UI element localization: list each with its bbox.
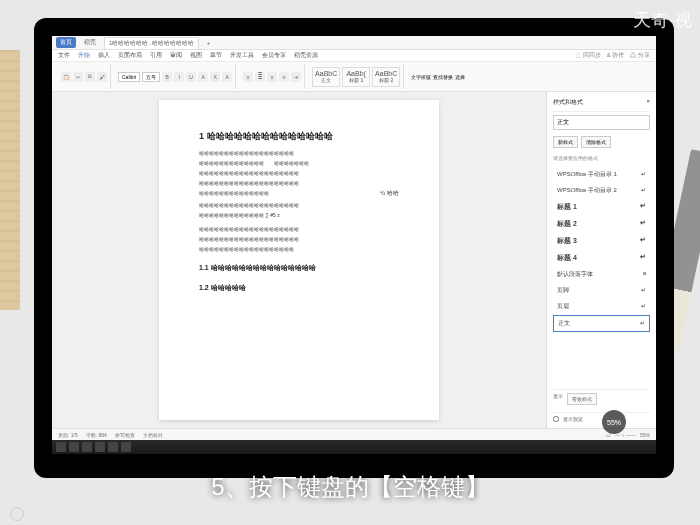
- share-button[interactable]: 凸 分享: [630, 51, 650, 60]
- font-name-select[interactable]: Calibri: [118, 72, 140, 82]
- style-item-h3[interactable]: 标题 3↵: [553, 233, 650, 249]
- start-icon[interactable]: [56, 442, 66, 452]
- sync-button[interactable]: △ 回同步: [575, 51, 601, 60]
- style-item[interactable]: 页脚↵: [553, 283, 650, 298]
- style-normal[interactable]: AaBbC正文: [312, 67, 340, 87]
- font-group: Calibri 五号 B I U A X A: [115, 64, 236, 89]
- zoom-overlay: 55%: [602, 410, 626, 434]
- panel-close-icon[interactable]: ×: [646, 98, 650, 107]
- clear-format-button[interactable]: 清除格式: [581, 136, 611, 148]
- para-group: ≡ ≣ ≡ ≡ ⇥: [240, 64, 305, 89]
- paragraph-formula: 哈哈哈哈哈哈哈哈哈哈哈哈哈 ∑ #5 z: [199, 211, 399, 219]
- ribbon-ref[interactable]: 引用: [150, 51, 162, 60]
- style-h2[interactable]: AaBbC标题 2: [372, 67, 400, 87]
- ribbon-file[interactable]: 文件: [58, 51, 70, 60]
- current-style[interactable]: 正文: [553, 115, 650, 130]
- task-icon[interactable]: [95, 442, 105, 452]
- zoom-percent[interactable]: 55%: [640, 432, 650, 438]
- show-select[interactable]: 有效样式: [567, 393, 597, 405]
- paragraph: 哈哈哈哈哈哈哈哈哈哈哈哈哈哈哈哈哈哈哈: [199, 149, 399, 157]
- tab-home[interactable]: 首页: [56, 37, 76, 48]
- style-item-h2[interactable]: 标题 2↵: [553, 216, 650, 232]
- style-item[interactable]: WPSOffice 手动目录 2↵: [553, 183, 650, 198]
- style-item[interactable]: WPSOffice 手动目录 1↵: [553, 167, 650, 182]
- paragraph: 哈哈哈哈哈哈哈哈哈哈哈哈哈哈哈哈哈哈哈哈: [199, 225, 399, 233]
- cut-button[interactable]: ✂: [73, 72, 83, 82]
- number-button[interactable]: ≣: [255, 72, 265, 82]
- panel-hint: 请选择要应用的格式: [553, 155, 650, 161]
- decor-notebook: [0, 50, 20, 310]
- style-item-normal[interactable]: 正文↵: [553, 315, 650, 332]
- ribbon-right: △ 回同步 & 协作 凸 分享: [575, 51, 650, 60]
- copy-button[interactable]: ⧉: [85, 72, 95, 82]
- edit-group: 文字排版 查找替换 选择: [408, 64, 468, 89]
- ribbon-dev[interactable]: 开发工具: [230, 51, 254, 60]
- align-center-button[interactable]: ≡: [279, 72, 289, 82]
- style-item[interactable]: 页眉↵: [553, 299, 650, 314]
- ribbon-tabs: 文件 开始 插入 页面布局 引用 审阅 视图 章节 开发工具 会员专享 稻壳资源…: [52, 50, 656, 62]
- indent-button[interactable]: ⇥: [291, 72, 301, 82]
- tab-add[interactable]: +: [203, 39, 215, 47]
- proofing-status[interactable]: 文档校对: [143, 432, 163, 438]
- new-style-button[interactable]: 新样式: [553, 136, 578, 148]
- ribbon-layout[interactable]: 页面布局: [118, 51, 142, 60]
- task-icon[interactable]: [121, 442, 131, 452]
- panel-footer: 显示 有效样式: [553, 389, 650, 405]
- document-page[interactable]: 1 哈哈哈哈哈哈哈哈哈哈哈哈哈哈 哈哈哈哈哈哈哈哈哈哈哈哈哈哈哈哈哈哈哈 哈哈哈…: [159, 100, 439, 420]
- styles-group: AaBbC正文 AaBb(标题 1 AaBbC标题 2: [309, 64, 404, 89]
- text-layout-button[interactable]: 文字排版: [411, 74, 431, 80]
- document-viewport[interactable]: 1 哈哈哈哈哈哈哈哈哈哈哈哈哈哈 哈哈哈哈哈哈哈哈哈哈哈哈哈哈哈哈哈哈哈 哈哈哈…: [52, 92, 546, 428]
- word-count[interactable]: 字数: 884: [86, 432, 107, 438]
- paragraph: 哈哈哈哈哈哈哈哈哈哈哈哈哈哈哈哈哈哈哈哈: [199, 179, 399, 187]
- select-button[interactable]: 选择: [455, 74, 465, 80]
- ribbon-review[interactable]: 审阅: [170, 51, 182, 60]
- os-taskbar: [52, 440, 656, 454]
- toolbar: 📋 ✂ ⧉ 🖌 Calibri 五号 B I U A X A ≡ ≣ ≡ ≡ ⇥…: [52, 62, 656, 92]
- strike-button[interactable]: A: [198, 72, 208, 82]
- status-bar: 页面: 1/5 字数: 884 拼写检查 文档校对 ▭ — ○ —— 55%: [52, 428, 656, 440]
- ribbon-start[interactable]: 开始: [78, 51, 90, 60]
- brand-icon: Q: [10, 507, 24, 521]
- align-left-button[interactable]: ≡: [267, 72, 277, 82]
- styles-panel: 样式和格式 × 正文 新样式 清除格式 请选择要应用的格式 WPSOffice …: [546, 92, 656, 428]
- style-item[interactable]: 默认段落字体a: [553, 267, 650, 282]
- color-button[interactable]: A: [222, 72, 232, 82]
- paragraph: 哈哈哈哈哈哈哈哈哈哈哈哈哈哈哈哈哈哈哈: [199, 245, 399, 253]
- paste-button[interactable]: 📋: [61, 72, 71, 82]
- style-item-h4[interactable]: 标题 4↵: [553, 250, 650, 266]
- tab-docer[interactable]: 稻壳: [80, 37, 100, 48]
- ribbon-member[interactable]: 会员专享: [262, 51, 286, 60]
- task-icon[interactable]: [108, 442, 118, 452]
- screen: 首页 稻壳 1哈哈哈哈哈哈..哈哈哈哈哈哈哈 + 文件 开始 插入 页面布局 引…: [52, 36, 656, 454]
- highlight-button[interactable]: X: [210, 72, 220, 82]
- clipboard-group: 📋 ✂ ⧉ 🖌: [58, 64, 111, 89]
- style-list[interactable]: WPSOffice 手动目录 1↵ WPSOffice 手动目录 2↵ 标题 1…: [553, 167, 650, 382]
- watermark-bottom: Q 天奇生活: [10, 506, 72, 521]
- ribbon-chapter[interactable]: 章节: [210, 51, 222, 60]
- underline-button[interactable]: U: [186, 72, 196, 82]
- bullet-button[interactable]: ≡: [243, 72, 253, 82]
- task-icon[interactable]: [69, 442, 79, 452]
- paragraph: 哈哈哈哈哈哈哈哈哈哈哈哈哈哈哈哈哈哈哈哈: [199, 201, 399, 209]
- page-indicator[interactable]: 页面: 1/5: [58, 432, 78, 438]
- collab-button[interactable]: & 协作: [607, 51, 625, 60]
- style-item-h1[interactable]: 标题 1↵: [553, 199, 650, 215]
- style-h1[interactable]: AaBb(标题 1: [342, 67, 370, 87]
- ribbon-resource[interactable]: 稻壳资源: [294, 51, 318, 60]
- italic-button[interactable]: I: [174, 72, 184, 82]
- tab-document[interactable]: 1哈哈哈哈哈哈..哈哈哈哈哈哈哈: [104, 37, 199, 49]
- find-button[interactable]: 查找替换: [433, 74, 453, 80]
- paragraph: 哈哈哈哈哈哈哈哈哈哈哈哈哈哈哈哈哈哈哈哈: [199, 235, 399, 243]
- font-size-select[interactable]: 五号: [142, 72, 160, 82]
- panel-title: 样式和格式 ×: [553, 98, 650, 112]
- bold-button[interactable]: B: [162, 72, 172, 82]
- ribbon-view[interactable]: 视图: [190, 51, 202, 60]
- task-icon[interactable]: [82, 442, 92, 452]
- heading-1-2: 1.2 哈哈哈哈哈: [199, 283, 399, 293]
- heading-1-1: 1.1 哈哈哈哈哈哈哈哈哈哈哈哈哈哈哈: [199, 263, 399, 273]
- format-painter-button[interactable]: 🖌: [97, 72, 107, 82]
- watermark-top: 天奇·视: [633, 8, 692, 32]
- paragraph: 哈哈哈哈哈哈哈哈哈哈哈哈哈哈 ½ 哈哈: [199, 189, 399, 199]
- ribbon-insert[interactable]: 插入: [98, 51, 110, 60]
- spellcheck-status[interactable]: 拼写检查: [115, 432, 135, 438]
